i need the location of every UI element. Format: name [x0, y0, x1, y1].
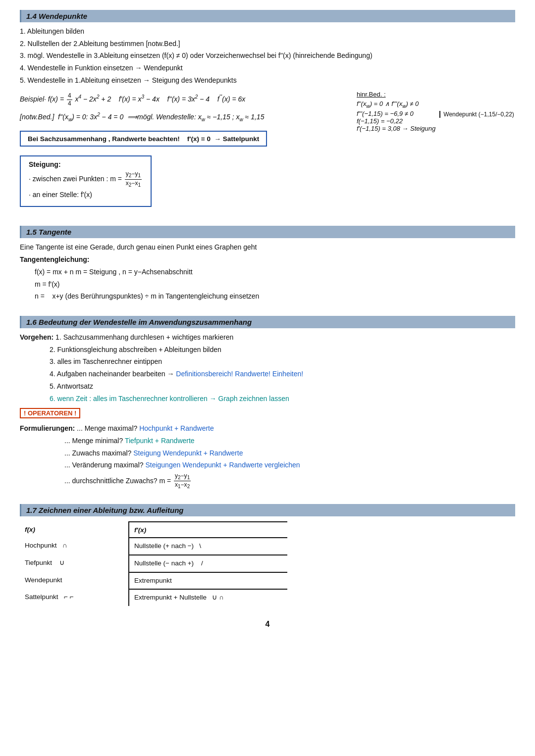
- row4-col1: Sattelpunkt ⌐ ⌐: [20, 589, 129, 606]
- section-zeichnen: 1.7 Zeichnen einer Ableitung bzw. Auflei…: [20, 504, 515, 606]
- formul-intro: Formulierungen: ... Menge maximal? Hochp…: [20, 423, 515, 434]
- section-title-zeichnen: 1.7 Zeichnen einer Ableitung bzw. Auflei…: [20, 504, 515, 516]
- row3-col1: Wendepunkt: [20, 572, 129, 590]
- section-title-bedeutung: 1.6 Bedeutung der Wendestelle im Anwendu…: [20, 316, 515, 328]
- formulierungen-section: Formulierungen: ... Menge maximal? Hochp…: [20, 423, 515, 490]
- vorgehen-step6: 6. wenn Zeit : alles im Taschenrechner k…: [50, 394, 515, 404]
- hinr-line4: f'(−1,15) = 3,08 → Steigung: [357, 125, 435, 132]
- hinr-line2: f'''(−1,15) = −6,9 ≠ 0: [357, 110, 435, 117]
- step-1: 1. Ableitungen bilden: [20, 26, 515, 37]
- hinr-line3: f(−1,15) = −0,22: [357, 117, 435, 125]
- row4-col2: Extrempunkt + Nullstelle ∪ ∩: [129, 589, 287, 606]
- highlight-text: Bei Sachzusammenhang , Randwerte beachte…: [28, 135, 259, 143]
- example-label: Beispiel· f(x) =: [20, 95, 66, 103]
- wendepunkt-label: Wendepunkt (−1,15/−0,22): [439, 111, 514, 118]
- table-header-row: f(x) f'(x): [20, 522, 287, 538]
- operators-box: ! OPERATOREN !: [20, 408, 80, 418]
- formul-3: ... Zuwachs maximal? Steigung Wendepunkt…: [64, 448, 515, 459]
- vorgehen-step5: 5. Antwortsatz: [50, 381, 515, 392]
- row2-col2: Nullstelle (− nach +) /: [129, 555, 287, 572]
- tangente-line3: n = x+y (des Berührungspunktes) ÷ m in T…: [35, 291, 515, 302]
- sattelpunkt-highlight-box: Bei Sachzusammenhang , Randwerte beachte…: [20, 131, 267, 147]
- formul-4: ... Veränderung maximal? Steigungen Wend…: [64, 460, 515, 471]
- hinr-line1: f''(xw) = 0 ∧ f'''(xw) ≠ 0: [357, 100, 515, 109]
- function-table: f(x) f'(x) Hochpunkt ∩ Nullstelle (+ nac…: [20, 521, 287, 606]
- step-5: 5. Wendestelle in 1.Ableitung einsetzen …: [20, 75, 515, 86]
- row2-col1: Tiefpunkt ∪: [20, 555, 129, 572]
- table-row: Wendepunkt Extrempunkt: [20, 572, 287, 590]
- col2-header: f'(x): [129, 522, 287, 538]
- section-bedeutung: 1.6 Bedeutung der Wendestelle im Anwendu…: [20, 316, 515, 490]
- steigung-label: Steigung:: [29, 160, 143, 168]
- row1-col1: Hochpunkt ∩: [20, 538, 129, 555]
- steigung-line1: · zwischen zwei Punkten : m = y2−y1 x2−x…: [29, 170, 143, 188]
- page-number: 4: [20, 620, 515, 629]
- row3-col2: Extrempunkt: [129, 572, 287, 590]
- example-func-line: Beispiel· f(x) = 44 x4 − 2x2 + 2 f'(x) =…: [20, 92, 337, 107]
- tangente-intro: Eine Tangente ist eine Gerade, durch gen…: [20, 242, 515, 253]
- step-3: 3. mögl. Wendestelle in 3.Ableitung eins…: [20, 50, 515, 61]
- formul-5: ... durchschnittliche Zuwachs? m = y2−y1…: [64, 472, 515, 490]
- table-row: Hochpunkt ∩ Nullstelle (+ nach −) \: [20, 538, 287, 555]
- table-row: Tiefpunkt ∪ Nullstelle (− nach +) /: [20, 555, 287, 572]
- table-row: Sattelpunkt ⌐ ⌐ Extrempunkt + Nullstelle…: [20, 589, 287, 606]
- tangente-line2: m = f'(x): [35, 279, 515, 290]
- example-fraction: 44: [66, 95, 75, 103]
- vorgehen-step2: 2. Funktionsgleichung abschreiben + Able…: [50, 345, 515, 355]
- section-title-wendepunkte: 1.4 Wendepunkte: [20, 10, 515, 22]
- step-4: 4. Wendestelle in Funktion einsetzen → W…: [20, 63, 515, 74]
- section-title-tangente: 1.5 Tangente: [20, 226, 515, 238]
- hinr-label: hinr.Bed. :: [357, 91, 515, 98]
- formul-2: ... Menge minimal? Tiefpunkt + Randwerte: [64, 436, 515, 447]
- vorgehen-step1: Vorgehen: 1. Sachzusammenhang durchlesen…: [20, 332, 515, 343]
- vorgehen-step4: 4. Aufgaben nacheinander bearbeiten → De…: [50, 369, 515, 380]
- col1-header: f(x): [20, 522, 129, 538]
- steigung-box: Steigung: · zwischen zwei Punkten : m = …: [20, 155, 152, 206]
- tangente-line1: f(x) = mx + n m = Steigung , n = y−Achse…: [35, 267, 515, 278]
- section-wendepunkte: 1.4 Wendepunkte 1. Ableitungen bilden 2.…: [20, 10, 515, 212]
- step-2: 2. Nullstellen der 2.Ableitung bestimmen…: [20, 39, 515, 50]
- section-tangente: 1.5 Tangente Eine Tangente ist eine Gera…: [20, 226, 515, 302]
- example-func-rest: x4 − 2x2 + 2 f'(x) = x3 − 4x f''(x) = 3x…: [75, 95, 246, 103]
- notw-bed-line: [notw.Bed.] f''(xw) = 0: 3x2 − 4 = 0 ⟹mö…: [20, 111, 337, 123]
- hinr-bed-box: hinr.Bed. : f''(xw) = 0 ∧ f'''(xw) ≠ 0 f…: [357, 91, 515, 132]
- vorgehen-step3: 3. alles im Taschenrechner eintippen: [50, 356, 515, 367]
- tangentengleichung-label: Tangentengleichung:: [20, 254, 515, 265]
- steigung-line2: · an einer Stelle: f'(x): [29, 190, 143, 201]
- row1-col2: Nullstelle (+ nach −) \: [129, 538, 287, 555]
